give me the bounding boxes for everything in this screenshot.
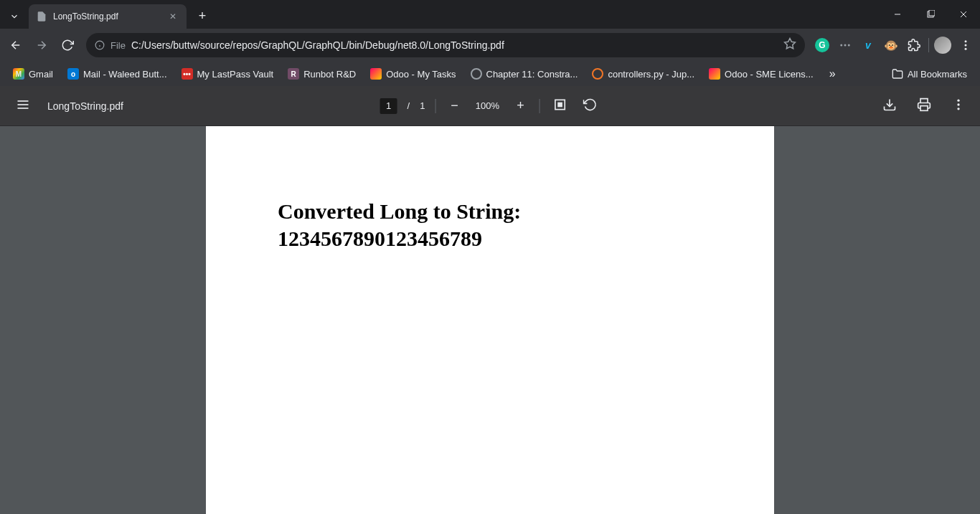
window-controls [881,0,980,29]
edge-extension-icon[interactable] [835,35,855,55]
vimeo-extension-icon[interactable]: v [858,35,878,55]
titlebar: LongToString.pdf ✕ + [0,0,980,29]
tampermonkey-extension-icon[interactable]: 🐵 [881,35,901,55]
svg-rect-21 [558,103,562,106]
fit-to-page-button[interactable] [550,95,570,118]
runbot-icon: R [288,68,299,80]
page-number-input[interactable] [380,98,397,114]
pdf-filename: LongToString.pdf [47,100,123,112]
bookmark-odoo-sme[interactable]: Odoo - SME Licens... [703,65,819,82]
grammarly-extension-icon[interactable]: G [812,35,832,55]
pdf-menu-button[interactable] [11,93,34,119]
bookmark-outlook[interactable]: oMail - Waleed Butt... [62,65,173,82]
print-button[interactable] [914,95,934,118]
page-separator: / [407,100,410,111]
jupyter-icon [592,68,603,80]
tab-title: LongToString.pdf [53,11,161,22]
svg-point-15 [965,44,967,47]
rotate-button[interactable] [580,95,600,118]
pdf-text-line-1: Converted Long to String: [278,198,702,225]
page-total: 1 [420,100,425,111]
search-tabs-button[interactable] [0,4,29,29]
gmail-icon: M [13,68,24,80]
svg-rect-19 [18,108,29,109]
svg-point-14 [965,40,967,42]
browser-tab[interactable]: LongToString.pdf ✕ [29,4,187,29]
svg-point-16 [965,48,967,50]
svg-rect-18 [18,104,29,105]
zoom-level: 100% [473,100,501,111]
back-button[interactable] [4,34,27,57]
url-path: C:/Users/buttw/source/repos/GraphQL/Grap… [131,39,778,51]
bookmark-runbot[interactable]: RRunbot R&D [282,65,362,82]
svg-rect-23 [920,105,928,110]
all-bookmarks-button[interactable]: All Bookmarks [886,65,973,82]
folder-icon [892,68,903,80]
bookmarks-bar: MGmail oMail - Waleed Butt... •••My Last… [0,62,980,86]
bookmark-gmail[interactable]: MGmail [7,65,59,82]
url-scheme-label: File [110,40,126,51]
odoo-icon [370,68,382,80]
browser-menu-button[interactable] [956,35,976,55]
address-bar[interactable]: File C:/Users/buttw/source/repos/GraphQL… [86,33,805,57]
pdf-page: Converted Long to String: 12345678901234… [206,126,774,514]
reload-button[interactable] [56,34,79,57]
svg-rect-17 [18,100,29,102]
toolbar-divider [539,99,540,113]
all-bookmarks-label: All Bookmarks [908,69,967,80]
bookmark-jupyter[interactable]: controllers.py - Jup... [586,65,700,82]
bookmarks-overflow-button[interactable]: » [822,65,843,83]
outlook-icon: o [67,68,79,80]
maximize-button[interactable] [914,0,947,29]
minimize-button[interactable] [881,0,914,29]
bookmark-lastpass[interactable]: •••My LastPass Vault [176,65,280,82]
extensions-button[interactable] [904,35,924,55]
download-button[interactable] [880,95,900,118]
pdf-page-controls: / 1 − 100% + [380,95,600,118]
svg-point-11 [840,44,842,47]
svg-point-24 [957,99,959,101]
pdf-more-button[interactable] [948,95,969,118]
chevron-down-icon [9,11,19,22]
profile-avatar[interactable] [933,35,953,55]
svg-point-25 [957,103,959,105]
odoo-icon [709,68,720,80]
browser-toolbar: File C:/Users/buttw/source/repos/GraphQL… [0,29,980,62]
bookmark-star-icon[interactable] [783,37,796,53]
site-info-icon[interactable] [95,40,105,50]
pdf-text-line-2: 1234567890123456789 [278,225,702,252]
new-tab-button[interactable]: + [192,6,212,26]
svg-rect-2 [929,10,935,16]
bookmark-chapter[interactable]: Chapter 11: Constra... [465,65,584,82]
pdf-viewport[interactable]: Converted Long to String: 12345678901234… [0,126,980,514]
lastpass-icon: ••• [182,68,193,80]
forward-button[interactable] [30,34,53,57]
tab-close-button[interactable]: ✕ [166,10,179,23]
pdf-toolbar: LongToString.pdf / 1 − 100% + [0,86,980,126]
bookmark-odoo-tasks[interactable]: Odoo - My Tasks [364,65,461,82]
svg-marker-10 [785,39,796,49]
svg-point-12 [844,44,847,47]
toolbar-divider [435,99,435,113]
svg-point-13 [848,44,850,47]
zoom-in-button[interactable]: + [512,97,529,115]
toolbar-separator [927,35,930,55]
pdf-file-icon [36,11,47,22]
doc-icon [471,68,482,80]
zoom-out-button[interactable]: − [446,97,463,115]
close-window-button[interactable] [947,0,980,29]
pdf-actions [880,95,969,118]
svg-point-26 [957,108,959,110]
